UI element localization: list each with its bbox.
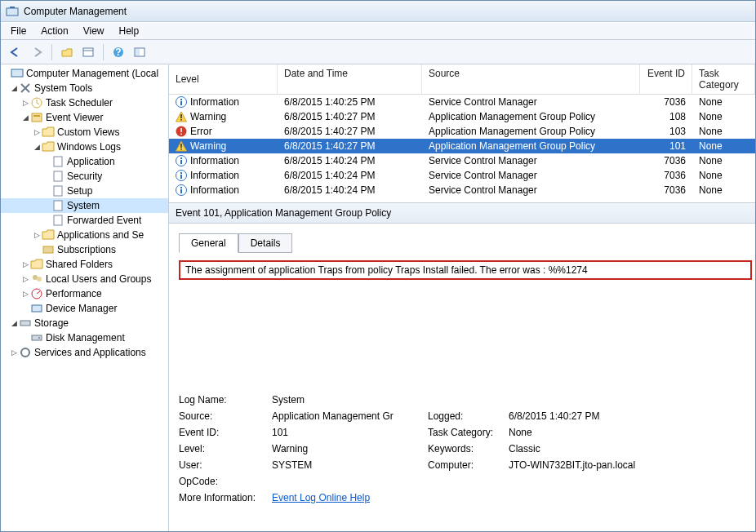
- tree-local-users[interactable]: Local Users and Groups: [46, 273, 151, 285]
- log-icon: [51, 214, 64, 227]
- source-text: Application Management Group Policy: [422, 110, 640, 123]
- event-row[interactable]: Warning6/8/2015 1:40:27 PMApplication Ma…: [169, 109, 755, 124]
- level-text: Information: [190, 170, 239, 181]
- log-icon: [51, 155, 64, 168]
- lbl-source: Source:: [179, 410, 269, 422]
- category-text: None: [692, 95, 755, 109]
- lbl-event-id: Event ID:: [179, 427, 269, 438]
- lbl-opcode: OpCode:: [179, 476, 269, 487]
- warn-icon: [176, 140, 187, 152]
- svg-point-24: [38, 337, 40, 339]
- up-button[interactable]: [57, 42, 77, 62]
- tree-disk-management[interactable]: Disk Management: [46, 332, 125, 344]
- tree-setup-log[interactable]: Setup: [67, 185, 92, 197]
- val-log-name: System: [272, 394, 425, 406]
- detail-header: Event 101, Application Management Group …: [169, 202, 755, 224]
- back-button[interactable]: [6, 42, 25, 62]
- collapse-icon[interactable]: ◢: [20, 113, 30, 122]
- expand-icon[interactable]: ▷: [20, 290, 30, 298]
- tree-custom-views[interactable]: Custom Views: [57, 126, 119, 138]
- tree-storage[interactable]: Storage: [34, 317, 69, 329]
- menu-action[interactable]: Action: [34, 23, 74, 39]
- tree-security-log[interactable]: Security: [67, 171, 102, 182]
- tree-shared-folders[interactable]: Shared Folders: [46, 259, 113, 270]
- tree-task-scheduler[interactable]: Task Scheduler: [46, 97, 113, 109]
- svg-rect-43: [180, 189, 182, 193]
- svg-rect-8: [11, 69, 23, 77]
- event-row[interactable]: Information6/8/2015 1:40:24 PMService Co…: [169, 183, 755, 197]
- date-text: 6/8/2015 1:40:24 PM: [278, 169, 422, 182]
- tab-general[interactable]: General: [179, 233, 238, 253]
- collapse-icon[interactable]: ◢: [9, 319, 19, 327]
- tree-system-tools[interactable]: System Tools: [34, 82, 92, 94]
- svg-rect-44: [180, 187, 182, 188]
- event-row[interactable]: Information6/8/2015 1:40:24 PMService Co…: [169, 168, 755, 183]
- event-id-text: 7036: [640, 169, 692, 182]
- tree-services-apps[interactable]: Services and Applications: [34, 347, 146, 358]
- tree-device-manager[interactable]: Device Manager: [46, 303, 117, 314]
- val-level: Warning: [272, 443, 425, 454]
- date-text: 6/8/2015 1:40:24 PM: [278, 184, 422, 197]
- svg-point-25: [21, 348, 29, 357]
- warn-icon: [176, 111, 187, 122]
- tree-application-log[interactable]: Application: [67, 156, 115, 167]
- tree-root[interactable]: Computer Management (Local: [26, 68, 158, 79]
- tools-icon: [19, 82, 32, 95]
- source-text: Application Management Group Policy: [422, 125, 640, 138]
- menubar: File Action View Help: [1, 22, 755, 40]
- col-task-category[interactable]: Task Category: [692, 64, 755, 94]
- lbl-more-info: More Information:: [179, 492, 269, 503]
- event-log-help-link[interactable]: Event Log Online Help: [272, 492, 370, 503]
- tree-performance[interactable]: Performance: [46, 288, 102, 299]
- svg-rect-0: [7, 8, 18, 16]
- event-id-text: 101: [640, 140, 692, 153]
- events-list[interactable]: Information6/8/2015 1:40:25 PMService Co…: [169, 95, 755, 202]
- col-level[interactable]: Level: [169, 64, 278, 94]
- val-logged: 6/8/2015 1:40:27 PM: [509, 410, 745, 422]
- menu-view[interactable]: View: [77, 23, 111, 39]
- tree-forwarded-log[interactable]: Forwarded Event: [67, 215, 141, 226]
- svg-rect-38: [180, 157, 182, 159]
- col-event-id[interactable]: Event ID: [640, 64, 692, 94]
- collapse-icon[interactable]: ◢: [32, 143, 42, 151]
- menu-file[interactable]: File: [4, 23, 33, 39]
- event-row[interactable]: Information6/8/2015 1:40:24 PMService Co…: [169, 153, 755, 168]
- svg-rect-1: [10, 7, 15, 8]
- event-row[interactable]: Warning6/8/2015 1:40:27 PMApplication Ma…: [169, 139, 755, 153]
- tree-windows-logs[interactable]: Windows Logs: [57, 141, 121, 153]
- forward-button[interactable]: [27, 42, 47, 62]
- expand-icon[interactable]: ▷: [32, 231, 42, 239]
- menu-help[interactable]: Help: [113, 23, 146, 39]
- svg-rect-15: [54, 201, 62, 211]
- tree-subscriptions[interactable]: Subscriptions: [57, 244, 116, 255]
- nav-tree[interactable]: Computer Management (Local ◢System Tools…: [1, 64, 169, 531]
- source-text: Service Control Manager: [422, 95, 640, 109]
- collapse-icon[interactable]: ◢: [9, 84, 19, 92]
- expand-icon[interactable]: ▷: [20, 275, 30, 283]
- refresh-button[interactable]: [130, 42, 149, 62]
- expand-icon[interactable]: ▷: [32, 128, 42, 136]
- date-text: 6/8/2015 1:40:24 PM: [278, 154, 422, 167]
- help-button[interactable]: ?: [109, 42, 128, 62]
- clock-icon: [30, 96, 43, 109]
- col-date[interactable]: Date and Time: [278, 64, 422, 94]
- col-source[interactable]: Source: [422, 64, 640, 94]
- titlebar[interactable]: Computer Management: [1, 1, 755, 22]
- val-task-category: None: [509, 427, 745, 438]
- tab-details[interactable]: Details: [238, 233, 293, 253]
- computer-icon: [11, 67, 24, 80]
- tree-apps-services[interactable]: Applications and Se: [57, 229, 144, 241]
- category-text: None: [692, 110, 755, 123]
- properties-button[interactable]: [78, 42, 98, 62]
- tree-event-viewer[interactable]: Event Viewer: [46, 112, 103, 123]
- subscriptions-icon: [42, 243, 55, 256]
- tree-system-log[interactable]: System: [67, 200, 100, 211]
- date-text: 6/8/2015 1:40:27 PM: [278, 110, 422, 123]
- expand-icon[interactable]: ▷: [20, 99, 30, 107]
- event-row[interactable]: Error6/8/2015 1:40:27 PMApplication Mana…: [169, 124, 755, 139]
- event-id-text: 108: [640, 110, 692, 123]
- expand-icon[interactable]: ▷: [20, 260, 30, 268]
- event-row[interactable]: Information6/8/2015 1:40:25 PMService Co…: [169, 95, 755, 109]
- expand-icon[interactable]: ▷: [9, 348, 19, 357]
- log-icon: [51, 199, 64, 212]
